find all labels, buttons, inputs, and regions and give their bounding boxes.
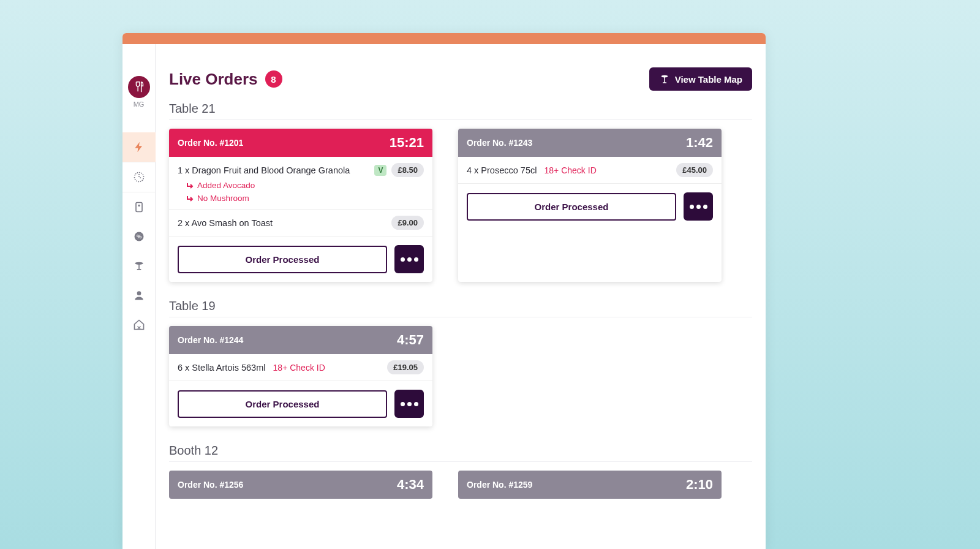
wine-fork-icon — [132, 80, 146, 94]
svg-rect-0 — [136, 203, 142, 212]
order-processed-button[interactable]: Order Processed — [467, 193, 676, 221]
order-number: Order No. #1259 — [467, 480, 532, 490]
svg-point-4 — [135, 262, 143, 265]
order-more-button[interactable] — [684, 192, 713, 221]
svg-point-6 — [661, 75, 668, 78]
order-number: Order No. #1256 — [178, 480, 243, 490]
table-icon — [133, 260, 145, 272]
order-header: Order No. #1201 15:21 — [169, 129, 432, 157]
nav-staff[interactable] — [123, 281, 156, 310]
svg-text:%: % — [136, 233, 141, 240]
main-content: Live Orders 8 View Table Map Table 21 Or… — [156, 44, 766, 549]
nav-live-orders[interactable] — [123, 132, 156, 162]
modifier-arrow-icon — [186, 182, 194, 189]
section-title-table19: Table 19 — [169, 299, 752, 317]
table-map-icon — [659, 74, 670, 85]
order-card-1244: Order No. #1244 4:57 6 x Stella Artois 5… — [169, 326, 432, 426]
item-modifier: No Mushroom — [178, 194, 424, 203]
sidebar: MG % — [123, 44, 156, 549]
live-order-count-badge: 8 — [265, 70, 282, 88]
order-number: Order No. #1244 — [178, 335, 243, 345]
order-processed-button[interactable]: Order Processed — [178, 246, 387, 273]
percent-icon: % — [133, 230, 145, 243]
order-header: Order No. #1259 2:10 — [458, 471, 722, 499]
dots-icon — [690, 205, 694, 209]
view-table-map-label: View Table Map — [675, 74, 742, 85]
app-window: MG % — [123, 33, 766, 549]
dots-icon — [401, 257, 405, 262]
window-top-bar — [123, 33, 766, 44]
line-item: 2 x Avo Smash on Toast £9.00 — [169, 210, 432, 237]
item-price: £8.50 — [391, 163, 424, 177]
order-header: Order No. #1243 1:42 — [458, 129, 722, 157]
brand-initials: MG — [134, 100, 145, 108]
order-card-1201: Order No. #1201 15:21 1 x Dragon Fruit a… — [169, 129, 432, 282]
page-title: Live Orders — [169, 70, 258, 89]
age-check-warning: 18+ Check ID — [273, 363, 325, 373]
item-price: £19.05 — [387, 360, 424, 374]
history-icon — [133, 171, 145, 183]
order-header: Order No. #1244 4:57 — [169, 326, 432, 354]
menu-card-icon — [133, 201, 145, 213]
order-processed-button[interactable]: Order Processed — [178, 390, 387, 418]
order-card-1256: Order No. #1256 4:34 — [169, 471, 432, 499]
nav-tables[interactable] — [123, 251, 156, 281]
age-check-warning: 18+ Check ID — [545, 165, 597, 175]
order-more-button[interactable] — [394, 390, 424, 418]
order-more-button[interactable] — [394, 245, 424, 273]
view-table-map-button[interactable]: View Table Map — [649, 67, 752, 91]
order-elapsed-time: 15:21 — [390, 135, 424, 151]
item-name: 4 x Prosecco 75cl 18+ Check ID — [467, 165, 670, 175]
line-item: 1 x Dragon Fruit and Blood Orange Granol… — [169, 157, 432, 210]
item-price: £45.00 — [676, 163, 713, 177]
item-modifier: Added Avocado — [178, 181, 424, 190]
section-title-booth12: Booth 12 — [169, 444, 752, 462]
order-header: Order No. #1256 4:34 — [169, 471, 432, 499]
nav-menu[interactable] — [123, 192, 156, 222]
order-number: Order No. #1243 — [467, 138, 532, 148]
modifier-arrow-icon — [186, 195, 194, 202]
order-card-1259: Order No. #1259 2:10 — [458, 471, 722, 499]
dots-icon — [401, 402, 405, 406]
svg-point-5 — [137, 291, 141, 295]
order-elapsed-time: 2:10 — [686, 477, 713, 493]
person-icon — [133, 289, 145, 301]
brand-logo — [128, 76, 150, 98]
item-name: 1 x Dragon Fruit and Blood Orange Granol… — [178, 165, 368, 175]
house-icon — [133, 319, 145, 331]
order-number: Order No. #1201 — [178, 138, 243, 148]
nav-venue[interactable] — [123, 310, 156, 339]
line-item: 4 x Prosecco 75cl 18+ Check ID £45.00 — [458, 157, 722, 184]
item-name: 2 x Avo Smash on Toast — [178, 218, 385, 228]
lightning-icon — [133, 141, 145, 153]
item-name: 6 x Stella Artois 563ml 18+ Check ID — [178, 363, 381, 373]
order-elapsed-time: 4:34 — [397, 477, 424, 493]
vegetarian-badge: V — [374, 165, 386, 176]
section-title-table21: Table 21 — [169, 102, 752, 120]
nav-history[interactable] — [123, 162, 156, 192]
order-elapsed-time: 4:57 — [397, 332, 424, 348]
order-elapsed-time: 1:42 — [686, 135, 713, 151]
line-item: 6 x Stella Artois 563ml 18+ Check ID £19… — [169, 354, 432, 381]
svg-point-1 — [138, 205, 140, 206]
nav-discounts[interactable]: % — [123, 222, 156, 251]
order-card-1243: Order No. #1243 1:42 4 x Prosecco 75cl 1… — [458, 129, 722, 282]
item-price: £9.00 — [391, 216, 424, 230]
